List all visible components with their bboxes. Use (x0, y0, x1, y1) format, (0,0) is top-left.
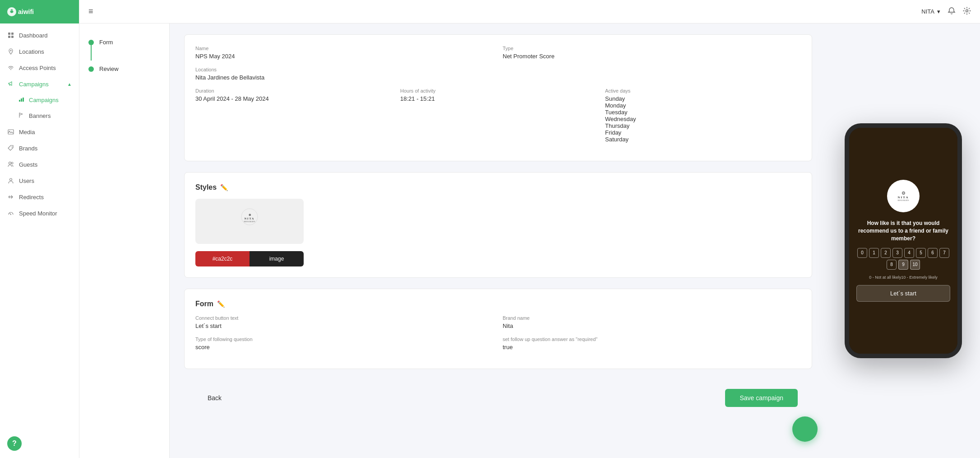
phone-number-4[interactable]: 4 (904, 248, 914, 258)
sidebar-item-campaigns-sub[interactable]: Campaigns (0, 92, 79, 108)
active-day: Monday (605, 102, 801, 109)
settings-icon[interactable] (963, 7, 971, 17)
nita-logo-preview: ⚙ NITA RESTAURANTS (231, 208, 268, 235)
question-type-label: Type of following question (195, 336, 494, 342)
question-type-value: score (195, 344, 494, 351)
phone-number-3[interactable]: 3 (892, 248, 902, 258)
svg-rect-9 (21, 98, 22, 102)
svg-point-6 (10, 50, 12, 51)
active-days-values: SundayMondayTuesdayWednesdayThursdayFrid… (605, 95, 801, 143)
image-button[interactable]: image (250, 251, 304, 266)
hours-label: Hours of activity (400, 88, 596, 93)
svg-text:RESTAURANTS: RESTAURANTS (898, 200, 909, 201)
back-button[interactable]: Back (199, 390, 231, 406)
gauge-icon (7, 210, 14, 217)
sidebar-item-label: Redirects (19, 194, 44, 201)
sidebar-item-label: Media (19, 129, 35, 136)
form-detail-panel: Name NPS May 2024 Type Net Promoter Scor… (170, 23, 827, 458)
phone-number-8[interactable]: 8 (887, 260, 897, 270)
name-label: Name (195, 46, 494, 51)
form-section-header: Form ✏️ (195, 300, 801, 308)
save-campaign-button[interactable]: Save campaign (725, 389, 798, 407)
arrow-right-icon (7, 193, 14, 201)
phone-nita-logo: ⚙ NITA RESTAURANTS (891, 183, 916, 209)
users-icon (7, 161, 14, 168)
phone-number-6[interactable]: 6 (928, 248, 938, 258)
svg-text:⚙: ⚙ (901, 191, 906, 196)
sidebar-item-users[interactable]: Users (0, 173, 79, 189)
locations-row: Locations Nita Jardines de Bellavista (195, 67, 801, 81)
form-edit-icon[interactable]: ✏️ (217, 300, 225, 308)
sidebar-item-dashboard[interactable]: Dashboard (0, 27, 79, 43)
phone-numbers: 012345678910 (856, 248, 950, 270)
tag-icon (7, 145, 14, 152)
svg-point-17 (10, 214, 11, 215)
svg-rect-10 (23, 98, 24, 102)
user-menu[interactable]: NITA ▾ (921, 8, 940, 15)
sidebar-item-banners[interactable]: Banners (0, 108, 79, 124)
app-logo: aiwifi (7, 5, 48, 18)
chevron-up-icon: ▲ (67, 82, 72, 87)
campaign-info-card: Name NPS May 2024 Type Net Promoter Scor… (184, 34, 812, 161)
sidebar-item-brands[interactable]: Brands (0, 140, 79, 156)
phone-number-2[interactable]: 2 (881, 248, 891, 258)
sidebar-item-label: Users (19, 178, 34, 184)
submenu-item-label: Banners (29, 112, 51, 119)
step-form: Form (88, 34, 160, 50)
sidebar-item-campaigns[interactable]: Campaigns ▲ (0, 76, 79, 92)
sidebar-item-guests[interactable]: Guests (0, 156, 79, 173)
phone-number-5[interactable]: 5 (916, 248, 926, 258)
connect-btn-label: Connect button text (195, 315, 494, 321)
svg-rect-8 (19, 100, 20, 102)
required-field: set follow up question answer as "requir… (503, 336, 801, 351)
name-value: NPS May 2024 (195, 53, 494, 60)
svg-point-18 (966, 9, 968, 12)
active-day: Wednesday (605, 116, 801, 122)
sidebar-item-label: Campaigns (19, 81, 49, 88)
bell-icon[interactable] (948, 7, 956, 17)
svg-text:RESTAURANTS: RESTAURANTS (244, 221, 255, 223)
image-icon (7, 128, 14, 136)
brand-name-field: Brand name Nita (503, 315, 801, 329)
phone-number-0[interactable]: 0 (857, 248, 867, 258)
sidebar-item-locations[interactable]: Locations (0, 43, 79, 60)
phone-number-10[interactable]: 10 (910, 260, 920, 270)
styles-edit-icon[interactable]: ✏️ (220, 184, 228, 191)
required-label: set follow up question answer as "requir… (503, 336, 801, 342)
logo-preview: ⚙ NITA RESTAURANTS (195, 199, 304, 244)
help-button[interactable]: ? (7, 436, 22, 451)
sidebar: aiwifi Dashboard Locat (0, 0, 79, 458)
phone-start-button[interactable]: Let´s start (856, 285, 950, 302)
sidebar-item-redirects[interactable]: Redirects (0, 189, 79, 205)
duration-row: Duration 30 April 2024 - 28 May 2024 Hou… (195, 88, 801, 143)
sidebar-item-access-points[interactable]: Access Points (0, 60, 79, 76)
topbar: ≡ NITA ▾ (79, 0, 980, 23)
svg-rect-3 (11, 33, 14, 35)
map-pin-icon (7, 48, 14, 55)
name-field: Name NPS May 2024 (195, 46, 494, 60)
phone-number-7[interactable]: 7 (939, 248, 949, 258)
step-line (91, 44, 92, 61)
svg-text:NITA: NITA (898, 196, 909, 199)
phone-logo-circle: ⚙ NITA RESTAURANTS (887, 180, 920, 212)
brand-name-value: Nita (503, 322, 801, 329)
duration-value: 30 April 2024 - 28 May 2024 (195, 95, 391, 102)
active-day: Thursday (605, 122, 801, 129)
form-row-1: Connect button text Let´s start Brand na… (195, 315, 801, 329)
megaphone-icon (7, 80, 14, 88)
hamburger-icon[interactable]: ≡ (88, 7, 93, 16)
form-section-card: Form ✏️ Connect button text Let´s start … (184, 289, 812, 369)
phone-question-text: How like is it that you would recommend … (856, 220, 950, 242)
phone-number-1[interactable]: 1 (869, 248, 879, 258)
user-name: NITA (921, 8, 934, 15)
user-icon (7, 177, 14, 184)
phone-number-9[interactable]: 9 (898, 260, 908, 270)
steps-panel: Form Review (79, 23, 170, 458)
question-type-field: Type of following question score (195, 336, 494, 351)
color-red-button[interactable]: #ca2c2c (195, 251, 250, 266)
phone-preview-panel: ⚙ NITA RESTAURANTS How like is it that y… (827, 23, 980, 458)
submenu-item-label: Campaigns (29, 97, 59, 103)
sidebar-item-speed-monitor[interactable]: Speed Monitor (0, 205, 79, 221)
sidebar-item-media[interactable]: Media (0, 124, 79, 140)
footer-buttons: Back Save campaign (184, 380, 812, 416)
